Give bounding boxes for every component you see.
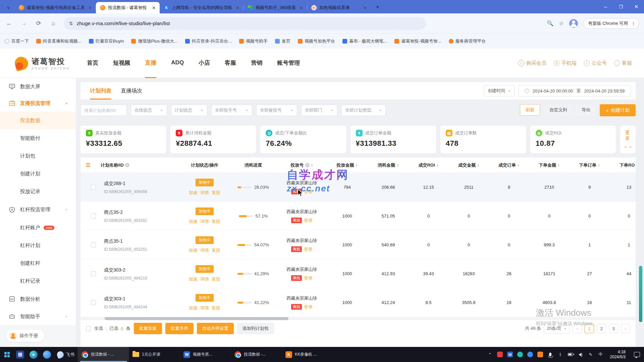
col-deal-amount[interactable]: 成交金额▲▼ [448,162,490,168]
battery-icon[interactable] [568,352,573,357]
sidebar-item-create-plan[interactable]: 创建计划 [0,165,76,183]
plan-search-input[interactable] [80,105,127,116]
ime-indicator[interactable]: 中 [598,352,603,357]
login-link[interactable]: 登录 [304,304,313,310]
pinned-grid-app[interactable] [13,347,27,362]
sort-arrows-icon[interactable]: ▲▼ [436,164,439,167]
reload-button[interactable]: ⟳ [33,18,44,29]
browser-tab-4[interactable]: 视频号助手_360搜索 ✕ [244,2,307,13]
tab-plan-list-active[interactable]: 计划列表 [90,82,111,100]
new-tab-button[interactable]: + [373,2,382,12]
tray-chevron-up-icon[interactable]: ⌃ [487,352,493,357]
repeat-link[interactable]: 复投 [212,219,220,225]
chevron-up-icon[interactable]: ∧ [65,315,68,318]
sidebar-item-plan-package[interactable]: 计划包 [0,147,76,165]
sort-arrows-icon[interactable]: ▲▼ [517,164,520,167]
col-account[interactable]: 投放号?▲▼ [277,162,327,168]
prev-page-button[interactable]: ‹ [573,324,582,333]
nav-live-active[interactable]: 直播 [145,49,156,78]
bookmark-item[interactable]: 巨量百应Buyin [89,38,124,44]
row-checkbox[interactable] [91,185,96,190]
tab-close-icon[interactable]: ✕ [235,5,240,10]
tab-live-sessions[interactable]: 直播场次 [121,82,142,100]
accelerate-link[interactable]: 加速 [189,305,198,311]
login-link[interactable]: 登录 [304,189,313,195]
tab-close-icon[interactable]: ✕ [299,5,304,10]
window-minimize-button[interactable]: ─ [598,0,613,13]
sidebar-group-live-streaming[interactable]: 直播投流管理 ∧ [0,95,76,112]
tray-orange-app-icon[interactable] [537,352,543,357]
tray-teal-app-icon[interactable] [517,352,523,357]
bookmark-star-icon[interactable]: ☆ [559,20,564,26]
bluetooth-icon[interactable]: ᛒ [557,352,563,357]
tray-red-app-icon[interactable] [497,352,503,357]
target-account-select[interactable]: 全部被投号▼ [256,105,297,116]
accelerate-link[interactable]: 加速 [189,276,198,282]
nav-shop[interactable]: 小店 [199,49,210,78]
date-range-picker[interactable]: 2024-04-20 00:00:00 至 2024-04-20 23:59:5… [518,85,631,97]
chevron-up-icon[interactable]: ∧ [65,208,68,211]
tab-close-icon[interactable]: ✕ [151,5,156,10]
bookmark-item[interactable]: 幕布 - 极简大纲笔... [342,38,387,44]
plan-type-select[interactable]: 全部计划类型▼ [341,105,386,116]
sidebar-item-leverage-account[interactable]: 杠杆账户 new [0,219,76,237]
menu-dots-icon[interactable]: ⋮ [631,21,636,26]
start-button[interactable] [0,347,13,362]
mobile-link[interactable]: S手机端 [554,60,577,66]
sidebar-group-leverage[interactable]: 杠杆投流管理 ∧ [0,200,76,219]
accelerate-link[interactable]: 加速 [189,190,198,196]
nav-adq[interactable]: ADQ [171,49,184,78]
help-icon[interactable]: ? [305,163,310,167]
pinned-edge[interactable]: e [27,347,40,362]
row-checkbox[interactable] [91,300,96,305]
refresh-button[interactable]: 刷新 [520,104,540,116]
accelerate-link[interactable]: 加速 [189,219,198,225]
row-checkbox[interactable] [91,214,96,219]
detail-link[interactable]: 详情 [200,219,209,225]
create-plan-button[interactable]: +创建计划 [600,104,636,116]
sidebar-item-leverage-records[interactable]: 杠杆记录 [0,272,76,290]
browser-tab-1[interactable]: 诸葛智投-视频号电商必备工具 ✕ [15,2,96,13]
table-row[interactable]: 商点35-2 ID:5896261005_453282 加热中 加速 详情 复投… [80,202,636,231]
table-row[interactable]: 成交288-1 ID:5896261005_456456 加热中 加速 详情 复… [80,173,636,202]
browser-tab-2-active[interactable]: 投流数据 - 诸葛智投 ✕ [96,2,160,13]
bookmark-item[interactable]: 视频号加热平台 [298,38,335,44]
site-settings-icon[interactable]: ⇅ [69,21,73,26]
operator-account-select[interactable]: 全部投手号▼ [211,105,252,116]
department-select[interactable]: 全部部门▼ [301,105,337,116]
repeat-link[interactable]: 复投 [212,247,220,253]
col-order-amount[interactable]: 下单金额▲▼ [528,162,570,168]
select-all-checkbox[interactable] [86,326,91,331]
task-window-1-active[interactable]: 投流数据 - ... [78,347,129,362]
select-all-label[interactable]: 全选 [94,325,103,331]
detail-link[interactable]: 详情 [200,305,209,311]
col-deal-orders[interactable]: 成交订单▲▼ [490,162,528,168]
row-checkbox[interactable] [91,242,96,247]
col-roi[interactable]: 成交ROI▲▼ [409,162,448,168]
sidebar-item-data-screen[interactable]: 数据大屏 [0,78,76,95]
detail-link[interactable]: 详情 [200,276,209,282]
pen-icon[interactable]: ✎ [588,352,593,357]
address-bar[interactable]: ⇅ zhuge.v-ma.com/#/live-studio/live-plan… [64,17,426,30]
auto-stop-settings-button[interactable]: 自动关停设置 [197,323,234,334]
chrome-update-pill[interactable]: 有新版 Chrome 可用 ⋮ [583,18,639,29]
chevron-up-icon[interactable]: ∧ [65,102,68,105]
sidebar-item-leverage-plan[interactable]: 杠杆计划 [0,237,76,254]
vertical-scrollbar[interactable] [639,78,642,347]
horizontal-scrollbar-thumb[interactable] [105,317,288,320]
table-row[interactable]: 商点35-1 ID:5896261005_453251 加热中 加速 详情 复投… [80,231,636,259]
back-button[interactable]: ← [3,18,15,29]
bookmark-item[interactable]: 视频号助手 [239,38,268,44]
bookmark-item[interactable]: 服务商管理平台 [449,38,486,44]
row-checkbox[interactable] [91,271,96,276]
sort-arrows-icon[interactable]: ▲▼ [557,164,560,167]
microphone-icon[interactable] [547,352,553,357]
repeat-link[interactable]: 复投 [212,276,220,282]
repeat-link[interactable]: 复投 [212,190,220,196]
custom-columns-button[interactable]: 自定义列 [544,104,572,116]
sort-arrows-icon[interactable]: ▲▼ [477,164,479,167]
horizontal-scrollbar[interactable] [80,317,636,320]
sort-arrows-icon[interactable]: ▲▼ [356,164,358,167]
taskbar-clock[interactable]: 4:18 2024/5/3 [608,350,628,360]
page-3-button[interactable]: 3 [609,324,618,333]
